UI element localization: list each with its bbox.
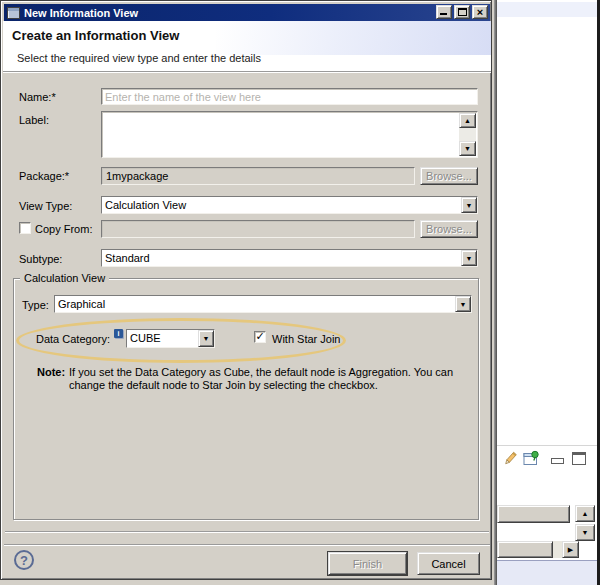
minimize-button[interactable] (436, 5, 452, 19)
background-status-strip (497, 560, 597, 585)
label-textarea[interactable]: ▲ ▼ (101, 111, 478, 158)
chevron-right-icon: ▶ (568, 546, 573, 553)
page-title: Create an Information View (12, 28, 179, 43)
new-information-view-dialog: New Information View × Create an Informa… (0, 0, 492, 580)
chevron-down-icon: ▼ (460, 301, 467, 308)
view-type-value: Calculation View (102, 197, 461, 213)
scroll-right-button[interactable]: ▶ (562, 541, 579, 558)
type-select[interactable]: Graphical ▼ (54, 295, 472, 313)
chevron-up-icon: ▲ (464, 117, 471, 124)
background-hscrollbar-track[interactable] (553, 541, 562, 558)
group-legend: Calculation View (20, 272, 109, 284)
maximize-icon (458, 8, 467, 16)
data-category-select[interactable]: CUBE ▼ (126, 329, 215, 348)
minimize-icon (440, 13, 447, 15)
subtype-select[interactable]: Standard ▼ (101, 249, 478, 267)
type-dropdown-button[interactable]: ▼ (455, 296, 471, 312)
package-label: Package:* (19, 170, 69, 182)
maximize-button[interactable] (454, 5, 470, 19)
window-icon (7, 7, 20, 19)
info-icon[interactable]: i (114, 329, 123, 338)
package-value: 1mypackage (106, 170, 168, 182)
content-bottom-divider (5, 531, 489, 532)
subtype-label: Subtype: (19, 253, 62, 265)
help-button[interactable]: ? (14, 550, 34, 570)
data-category-value: CUBE (127, 330, 198, 347)
screenshot-root: ▲ ▼ ▶ New Information View × Create an I… (0, 0, 600, 585)
footer-divider (4, 544, 490, 545)
subtype-dropdown-button[interactable]: ▼ (461, 250, 477, 266)
background-hscrollbar-thumb[interactable] (497, 541, 553, 558)
cancel-button[interactable]: Cancel (417, 552, 480, 575)
chevron-down-icon: ▼ (582, 529, 589, 536)
copy-from-checkbox[interactable] (19, 222, 31, 234)
background-scrollbar-track[interactable] (497, 505, 570, 523)
label-label: Label: (19, 114, 49, 126)
calculation-view-group: Calculation View Type: Graphical ▼ (13, 278, 479, 520)
view-maximize-icon[interactable] (572, 452, 586, 465)
view-minimize-icon[interactable] (551, 458, 564, 464)
chevron-up-icon: ▲ (582, 510, 589, 517)
chevron-down-icon: ▼ (464, 145, 471, 152)
copy-from-label: Copy From: (35, 223, 92, 235)
type-value: Graphical (55, 296, 455, 312)
data-category-label: Data Category: (36, 333, 110, 345)
wizard-banner: Create an Information View Select the re… (3, 21, 491, 71)
view-type-dropdown-button[interactable]: ▼ (461, 197, 477, 213)
dialog-titlebar[interactable]: New Information View (4, 4, 490, 21)
note-text: If you set the Data Category as Cube, th… (69, 366, 461, 392)
with-star-join-label: With Star Join (272, 333, 340, 345)
close-icon: × (473, 6, 487, 18)
banner-gradient (216, 21, 491, 55)
data-category-dropdown-button[interactable]: ▼ (198, 330, 214, 347)
copy-from-field (101, 220, 415, 238)
close-button[interactable]: × (472, 5, 488, 19)
note-label: Note: (37, 366, 65, 378)
chevron-down-icon: ▼ (466, 255, 473, 262)
label-scroll-track[interactable] (459, 128, 476, 141)
help-icon: ? (20, 553, 28, 568)
chevron-down-icon: ▼ (203, 335, 210, 342)
finish-button[interactable]: Finish (328, 552, 407, 575)
edit-pencil-icon[interactable] (502, 451, 518, 467)
with-star-join-checkbox[interactable]: ✓ (254, 331, 266, 343)
copy-from-browse-button[interactable]: Browse... (420, 220, 478, 238)
label-scrollbar[interactable]: ▲ ▼ (459, 113, 476, 156)
background-window: ▲ ▼ ▶ (492, 0, 600, 585)
pin-note-icon[interactable] (523, 450, 540, 466)
scroll-down-button[interactable]: ▼ (575, 524, 595, 541)
background-toolbar-divider (497, 445, 597, 446)
package-field: 1mypackage (101, 167, 415, 185)
scroll-up-button[interactable]: ▲ (575, 505, 595, 522)
view-type-select[interactable]: Calculation View ▼ (101, 196, 478, 214)
label-scroll-down-button[interactable]: ▼ (459, 141, 476, 156)
page-subtitle: Select the required view type and enter … (17, 52, 261, 64)
desktop-strip (0, 580, 492, 585)
background-header-strip (497, 2, 597, 17)
package-browse-button[interactable]: Browse... (420, 167, 478, 185)
banner-divider (3, 71, 491, 72)
subtype-value: Standard (102, 250, 461, 266)
chevron-down-icon: ▼ (466, 202, 473, 209)
dialog-title: New Information View (24, 7, 138, 19)
type-label: Type: (22, 299, 49, 311)
label-scroll-up-button[interactable]: ▲ (459, 113, 476, 128)
name-input[interactable] (101, 88, 478, 105)
view-type-label: View Type: (19, 200, 72, 212)
background-window-border (494, 0, 497, 585)
name-label: Name:* (19, 91, 56, 103)
window-controls: × (436, 5, 488, 19)
check-icon: ✓ (255, 331, 264, 341)
